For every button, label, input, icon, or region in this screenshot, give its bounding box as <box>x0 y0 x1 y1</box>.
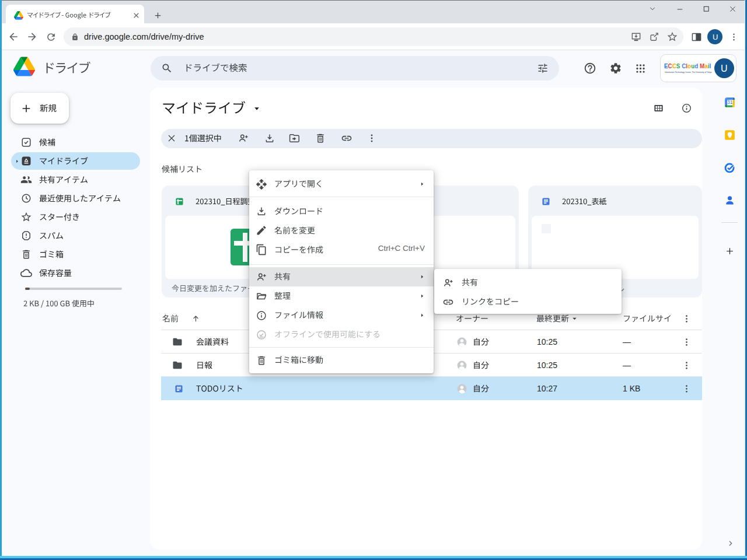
svg-text:31: 31 <box>727 99 733 105</box>
